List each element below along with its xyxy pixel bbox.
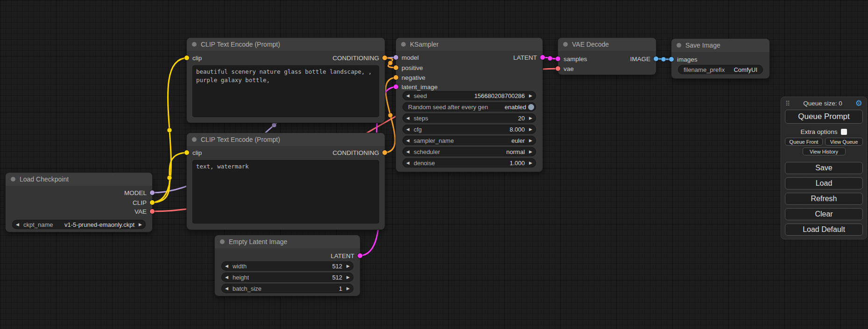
node-clip-text-encode-negative[interactable]: CLIP Text Encode (Prompt) clip CONDITION…	[187, 133, 385, 230]
collapse-dot[interactable]	[11, 177, 15, 182]
collapse-dot[interactable]	[192, 42, 197, 47]
output-port-conditioning[interactable]: CONDITIONING	[332, 148, 387, 157]
link-midpoint-dot[interactable]	[548, 56, 552, 61]
decrement-arrow-icon[interactable]: ◀	[406, 139, 409, 143]
input-port-clip[interactable]: clip	[184, 148, 202, 157]
decrement-arrow-icon[interactable]: ◀	[406, 116, 409, 120]
increment-arrow-icon[interactable]: ▶	[529, 161, 532, 165]
input-port-model[interactable]: model	[394, 53, 419, 62]
widget-width[interactable]: ◀ width 512 ▶	[221, 261, 353, 271]
node-graph-canvas[interactable]: Load Checkpoint MODEL CLIP VAE ◀ ckpt_na…	[0, 0, 868, 329]
collapse-dot[interactable]	[677, 43, 681, 48]
decrement-arrow-icon[interactable]: ◀	[16, 223, 19, 227]
save-button[interactable]: Save	[785, 162, 863, 174]
link-midpoint-dot[interactable]	[167, 128, 172, 133]
widget-scheduler[interactable]: ◀ scheduler normal ▶	[402, 147, 536, 156]
clip-port-dot[interactable]	[184, 56, 189, 60]
conditioning-port-dot[interactable]	[394, 65, 398, 70]
input-port-images[interactable]: images	[669, 55, 698, 64]
node-empty-latent-image[interactable]: Empty Latent Image LATENT ◀ width 512 ▶ …	[215, 235, 360, 296]
vae-port-dot[interactable]	[556, 66, 560, 71]
image-port-dot[interactable]	[669, 57, 674, 62]
widget-filename-prefix[interactable]: filename_prefix ComfyUI	[678, 65, 763, 74]
drag-handle-icon[interactable]: ⠿	[785, 100, 790, 107]
model-port-dot[interactable]	[394, 55, 398, 60]
decrement-arrow-icon[interactable]: ◀	[225, 264, 228, 268]
queue-prompt-button[interactable]: Queue Prompt	[785, 110, 863, 124]
widget-height[interactable]: ◀ height 512 ▶	[221, 273, 353, 282]
increment-arrow-icon[interactable]: ▶	[529, 116, 532, 120]
vae-port-dot[interactable]	[150, 209, 155, 214]
input-port-vae[interactable]: vae	[556, 64, 574, 73]
latent-port-dot[interactable]	[556, 56, 560, 61]
settings-gear-icon[interactable]: ⚙	[855, 99, 862, 107]
node-title-bar[interactable]: Empty Latent Image	[215, 235, 360, 248]
increment-arrow-icon[interactable]: ▶	[529, 94, 532, 98]
increment-arrow-icon[interactable]: ▶	[529, 139, 532, 143]
increment-arrow-icon[interactable]: ▶	[139, 223, 142, 227]
clip-port-dot[interactable]	[184, 150, 189, 155]
collapse-dot[interactable]	[192, 137, 197, 142]
conditioning-port-dot[interactable]	[394, 75, 398, 80]
increment-arrow-icon[interactable]: ▶	[346, 287, 350, 291]
node-title-bar[interactable]: CLIP Text Encode (Prompt)	[187, 133, 385, 146]
output-port-latent[interactable]: LATENT	[513, 53, 545, 62]
link-midpoint-dot[interactable]	[272, 123, 276, 127]
increment-arrow-icon[interactable]: ▶	[346, 275, 350, 280]
increment-arrow-icon[interactable]: ▶	[529, 127, 532, 132]
node-title-bar[interactable]: Save Image	[671, 39, 769, 52]
node-save-image[interactable]: Save Image images filename_prefix ComfyU…	[671, 39, 769, 78]
input-port-positive[interactable]: positive	[394, 63, 423, 72]
node-ksampler[interactable]: KSampler model positive negative latent_…	[396, 38, 543, 172]
decrement-arrow-icon[interactable]: ◀	[406, 127, 409, 132]
refresh-button[interactable]: Refresh	[785, 193, 863, 205]
output-port-image[interactable]: IMAGE	[630, 54, 658, 63]
output-port-model[interactable]: MODEL	[124, 188, 155, 197]
link-midpoint-dot[interactable]	[661, 57, 666, 62]
output-port-latent[interactable]: LATENT	[331, 251, 362, 260]
output-port-clip[interactable]: CLIP	[133, 198, 155, 207]
node-clip-text-encode-positive[interactable]: CLIP Text Encode (Prompt) clip CONDITION…	[187, 38, 385, 123]
widget-control-after-generate[interactable]: Random seed after every gen enabled	[402, 102, 536, 112]
widget-cfg[interactable]: ◀ cfg 8.000 ▶	[402, 125, 536, 134]
link-midpoint-dot[interactable]	[388, 113, 393, 118]
positive-prompt-textarea[interactable]: beautiful scenery nature glass bottle la…	[192, 65, 379, 117]
node-title-bar[interactable]: VAE Decode	[558, 38, 656, 51]
input-port-latent-image[interactable]: latent_image	[394, 82, 438, 91]
decrement-arrow-icon[interactable]: ◀	[406, 150, 409, 154]
extra-options-checkbox[interactable]	[841, 129, 847, 135]
latent-port-dot[interactable]	[358, 253, 362, 258]
increment-arrow-icon[interactable]: ▶	[529, 150, 532, 154]
widget-denoise[interactable]: ◀ denoise 1.000 ▶	[402, 158, 536, 168]
model-port-dot[interactable]	[150, 190, 155, 195]
image-port-dot[interactable]	[654, 56, 658, 61]
node-title-bar[interactable]: KSampler	[396, 38, 543, 51]
decrement-arrow-icon[interactable]: ◀	[406, 94, 409, 98]
decrement-arrow-icon[interactable]: ◀	[225, 275, 228, 280]
negative-prompt-textarea[interactable]: text, watermark	[192, 160, 379, 224]
widget-batch-size[interactable]: ◀ batch_size 1 ▶	[221, 284, 353, 293]
input-port-clip[interactable]: clip	[184, 53, 202, 63]
node-load-checkpoint[interactable]: Load Checkpoint MODEL CLIP VAE ◀ ckpt_na…	[6, 173, 152, 232]
widget-steps[interactable]: ◀ steps 20 ▶	[402, 113, 536, 123]
decrement-arrow-icon[interactable]: ◀	[406, 161, 409, 165]
node-vae-decode[interactable]: VAE Decode samples vae IMAGE	[558, 38, 656, 75]
collapse-dot[interactable]	[401, 42, 406, 47]
link-midpoint-dot[interactable]	[167, 175, 172, 180]
output-port-conditioning[interactable]: CONDITIONING	[332, 53, 387, 63]
clip-port-dot[interactable]	[150, 200, 155, 205]
output-port-vae[interactable]: VAE	[134, 207, 155, 216]
latent-port-dot[interactable]	[394, 84, 398, 89]
input-port-negative[interactable]: negative	[394, 73, 425, 82]
collapse-dot[interactable]	[220, 239, 225, 244]
view-queue-button[interactable]: View Queue	[825, 138, 863, 146]
load-default-button[interactable]: Load Default	[785, 224, 863, 236]
view-history-button[interactable]: View History	[803, 147, 846, 155]
increment-arrow-icon[interactable]: ▶	[346, 264, 350, 268]
conditioning-port-dot[interactable]	[382, 150, 387, 155]
widget-sampler-name[interactable]: ◀ sampler_name euler ▶	[402, 136, 536, 145]
toggle-knob[interactable]	[528, 104, 534, 110]
load-button[interactable]: Load	[785, 177, 863, 189]
node-title-bar[interactable]: CLIP Text Encode (Prompt)	[187, 38, 385, 51]
decrement-arrow-icon[interactable]: ◀	[225, 287, 228, 291]
